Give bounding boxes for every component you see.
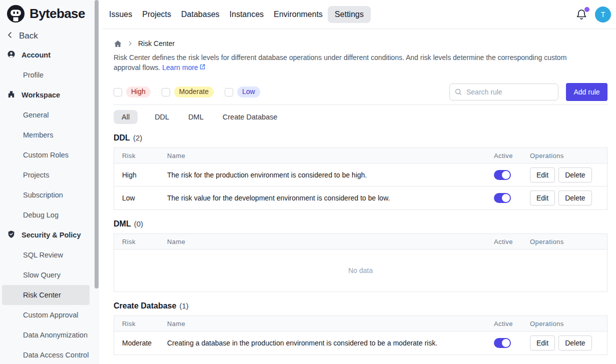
toggle-knob bbox=[502, 339, 510, 347]
rule-table: RiskNameActiveOperationsModerateCreating… bbox=[114, 316, 607, 355]
notification-button[interactable] bbox=[575, 8, 587, 20]
back-button[interactable]: Back bbox=[0, 27, 102, 45]
topbar-right: T bbox=[575, 6, 611, 22]
filter-level-low: Low bbox=[225, 86, 260, 98]
checkbox-high[interactable] bbox=[114, 88, 122, 96]
search-input[interactable] bbox=[449, 84, 558, 100]
sidebar-item-risk-center[interactable]: Risk Center bbox=[2, 285, 90, 305]
cell-name: Creating a database in the production en… bbox=[167, 339, 484, 347]
risk-level-filters: HighModerateLow bbox=[114, 86, 271, 98]
sidebar-item-general[interactable]: General bbox=[2, 105, 90, 125]
cell-active bbox=[484, 338, 529, 348]
sidebar-item-debug-log[interactable]: Debug Log bbox=[2, 205, 90, 225]
cell-active bbox=[484, 170, 529, 180]
add-rule-button[interactable]: Add rule bbox=[566, 83, 607, 101]
app-root: Bytebase Back AccountProfileWorkspaceGen… bbox=[0, 0, 616, 364]
section-heading: DDL(2) bbox=[114, 134, 607, 142]
sidebar-item-data-anonymization[interactable]: Data Anonymization bbox=[2, 325, 90, 345]
table-row: ModerateCreating a database in the produ… bbox=[114, 332, 607, 354]
nav-item-instances[interactable]: Instances bbox=[225, 6, 269, 23]
sidebar-item-custom-roles[interactable]: Custom Roles bbox=[2, 145, 90, 165]
sidebar: Bytebase Back AccountProfileWorkspaceGen… bbox=[0, 0, 102, 364]
nav-item-databases[interactable]: Databases bbox=[176, 6, 225, 23]
edit-button[interactable]: Edit bbox=[530, 190, 555, 206]
sidebar-item-slow-query[interactable]: Slow Query bbox=[2, 265, 90, 285]
avatar[interactable]: T bbox=[595, 6, 611, 22]
section-heading: DML(0) bbox=[114, 220, 607, 228]
tab-all[interactable]: All bbox=[114, 110, 138, 124]
col-header-operations: Operations bbox=[529, 320, 607, 328]
section-count: (0) bbox=[134, 220, 143, 228]
sidebar-item-data-access-control[interactable]: Data Access Control bbox=[2, 345, 90, 364]
section-title: Create Database bbox=[114, 302, 176, 310]
cell-operations: EditDelete bbox=[529, 168, 607, 182]
active-toggle[interactable] bbox=[494, 338, 511, 348]
checkbox-moderate[interactable] bbox=[162, 88, 170, 96]
section-create-database: Create Database(1)RiskNameActiveOperatio… bbox=[114, 302, 607, 355]
cell-risk: Moderate bbox=[114, 339, 167, 347]
section-dml: DML(0)RiskNameActiveOperationsNo data bbox=[114, 220, 607, 292]
delete-button[interactable]: Delete bbox=[558, 168, 591, 182]
delete-button[interactable]: Delete bbox=[558, 336, 591, 350]
table-row: HighThe risk for the production environm… bbox=[114, 164, 607, 186]
risk-badge-moderate: Moderate bbox=[174, 86, 214, 98]
learn-more-link[interactable]: Learn more bbox=[162, 62, 206, 72]
nav-item-issues[interactable]: Issues bbox=[104, 6, 137, 23]
col-header-name: Name bbox=[167, 152, 484, 160]
checkbox-low[interactable] bbox=[225, 88, 233, 96]
col-header-active: Active bbox=[484, 320, 529, 328]
chevron-left-icon bbox=[6, 30, 15, 42]
cell-active bbox=[484, 193, 529, 203]
sidebar-item-projects[interactable]: Projects bbox=[2, 165, 90, 185]
nav-item-settings[interactable]: Settings bbox=[328, 6, 371, 23]
col-header-name: Name bbox=[167, 320, 484, 328]
page-description: Risk Center defines the risk levels for … bbox=[114, 52, 593, 72]
col-header-active: Active bbox=[484, 238, 529, 246]
edit-button[interactable]: Edit bbox=[530, 336, 555, 350]
sidebar-item-members[interactable]: Members bbox=[2, 125, 90, 145]
table-row: LowThe risk value for the development en… bbox=[114, 186, 607, 210]
category-tabs: AllDDLDMLCreate Database bbox=[114, 110, 607, 124]
tab-ddl[interactable]: DDL bbox=[153, 110, 171, 124]
sidebar-item-sql-review[interactable]: SQL Review bbox=[2, 245, 90, 265]
edit-button[interactable]: Edit bbox=[530, 168, 555, 182]
sidebar-scrollbar-thumb[interactable] bbox=[95, 0, 99, 288]
col-header-risk: Risk bbox=[114, 320, 167, 328]
bell-icon bbox=[575, 14, 587, 22]
tab-create-database[interactable]: Create Database bbox=[221, 110, 280, 124]
sidebar-item-profile[interactable]: Profile bbox=[2, 65, 90, 85]
section-title: DDL bbox=[114, 134, 130, 142]
learn-more-label: Learn more bbox=[162, 62, 198, 72]
active-toggle[interactable] bbox=[494, 193, 511, 203]
sidebar-item-custom-approval[interactable]: Custom Approval bbox=[2, 305, 90, 325]
back-label: Back bbox=[19, 31, 38, 41]
main-area: IssuesProjectsDatabasesInstancesEnvironm… bbox=[102, 0, 616, 364]
filter-level-high: High bbox=[114, 86, 151, 98]
cell-operations: EditDelete bbox=[529, 336, 607, 350]
divider bbox=[114, 104, 607, 105]
toggle-knob bbox=[502, 171, 510, 179]
search-box bbox=[449, 84, 558, 100]
section-count: (2) bbox=[133, 134, 142, 142]
table-header-row: RiskNameActiveOperations bbox=[114, 148, 607, 164]
tab-dml[interactable]: DML bbox=[186, 110, 206, 124]
topnav-items: IssuesProjectsDatabasesInstancesEnvironm… bbox=[104, 6, 371, 23]
home-icon[interactable] bbox=[114, 40, 122, 48]
sidebar-item-subscription[interactable]: Subscription bbox=[2, 185, 90, 205]
building-icon bbox=[7, 90, 16, 100]
nav-item-projects[interactable]: Projects bbox=[137, 6, 176, 23]
toggle-knob bbox=[502, 194, 510, 202]
nav-item-environments[interactable]: Environments bbox=[269, 6, 328, 23]
active-toggle[interactable] bbox=[494, 170, 511, 180]
filter-row: HighModerateLow Add rule bbox=[114, 83, 607, 101]
rule-table: RiskNameActiveOperationsHighThe risk for… bbox=[114, 148, 607, 210]
cell-operations: EditDelete bbox=[529, 190, 607, 206]
section-count: (1) bbox=[179, 302, 188, 310]
cell-name: The risk value for the development envir… bbox=[167, 194, 484, 202]
cell-name: The risk for the production environment … bbox=[167, 171, 484, 179]
delete-button[interactable]: Delete bbox=[558, 190, 591, 206]
bytebase-robot-icon bbox=[7, 4, 25, 23]
col-header-risk: Risk bbox=[114, 152, 167, 160]
empty-state: No data bbox=[114, 250, 607, 292]
app-logo[interactable]: Bytebase bbox=[0, 0, 102, 27]
